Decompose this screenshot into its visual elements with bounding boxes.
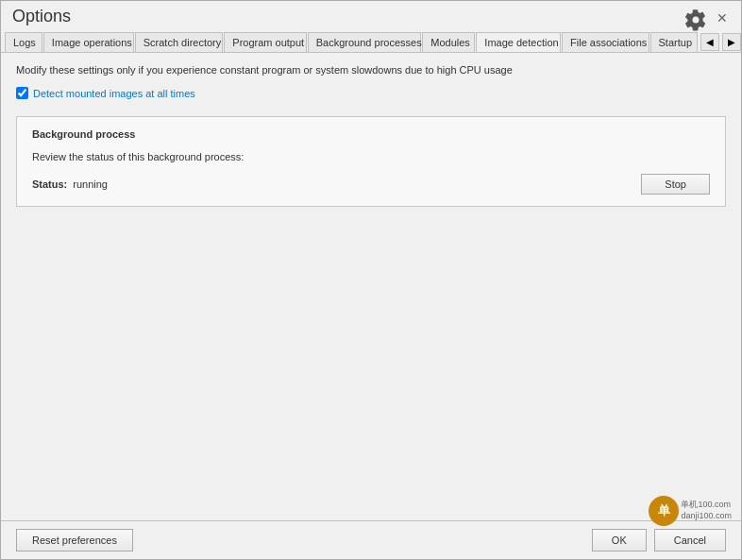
status-label: Status: — [32, 178, 67, 190]
tab-scroll-left[interactable]: ◀ — [700, 33, 719, 51]
tab-file-associations[interactable]: File associations — [562, 32, 649, 53]
tab-startup[interactable]: Startup — [650, 32, 698, 53]
tabs-bar: Logs Image operations Scratch directory … — [1, 30, 741, 53]
bg-process-title: Background process — [32, 128, 710, 140]
tab-logs[interactable]: Logs — [5, 32, 42, 53]
tab-image-detection[interactable]: Image detection — [476, 32, 561, 53]
tab-scratch-directory[interactable]: Scratch directory — [135, 32, 224, 53]
footer: Reset preferences OK Cancel — [1, 520, 741, 559]
review-text: Review the status of this background pro… — [32, 151, 710, 162]
watermark: 单 单机100.comdanji100.com — [649, 496, 732, 526]
detect-images-checkbox[interactable] — [16, 87, 28, 99]
tab-modules[interactable]: Modules — [422, 32, 475, 53]
footer-right: OK Cancel — [592, 529, 726, 552]
ok-button[interactable]: OK — [592, 529, 647, 552]
cancel-button[interactable]: Cancel — [654, 529, 726, 552]
info-text: Modify these settings only if you experi… — [16, 64, 726, 76]
options-window: Options ✕ Logs Image operations Scratch … — [0, 0, 742, 560]
footer-left: Reset preferences — [16, 529, 133, 552]
detect-images-label[interactable]: Detect mounted images at all times — [33, 88, 195, 99]
watermark-icon: 单 — [649, 496, 679, 526]
tab-background-processes[interactable]: Background processes — [308, 32, 422, 53]
gear-icon[interactable] — [684, 8, 707, 31]
checkbox-row: Detect mounted images at all times — [16, 87, 726, 99]
tab-scroll-right[interactable]: ▶ — [722, 33, 741, 51]
background-process-box: Background process Review the status of … — [16, 116, 726, 207]
reset-preferences-button[interactable]: Reset preferences — [16, 529, 133, 552]
status-label-val: Status: running — [32, 178, 108, 190]
tab-program-output[interactable]: Program output — [224, 32, 306, 53]
content-area: Modify these settings only if you experi… — [1, 53, 741, 520]
title-bar: Options ✕ — [1, 1, 741, 30]
stop-button[interactable]: Stop — [641, 174, 710, 195]
watermark-text: 单机100.comdanji100.com — [681, 500, 732, 521]
tab-image-operations[interactable]: Image operations — [43, 32, 134, 53]
title-bar-left: Options — [12, 7, 71, 26]
window-title: Options — [12, 7, 71, 26]
close-button[interactable]: ✕ — [711, 8, 734, 27]
status-row: Status: running Stop — [32, 174, 710, 195]
status-value: running — [73, 178, 108, 190]
